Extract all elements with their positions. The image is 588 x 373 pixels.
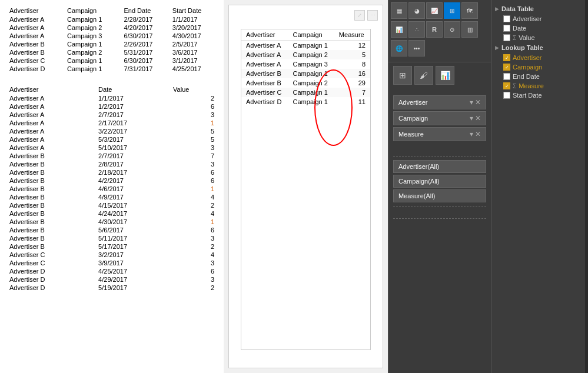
viz-cell: 5 bbox=[334, 50, 370, 59]
data-cell: Advertiser B bbox=[6, 226, 95, 234]
data-cell: 6 bbox=[170, 226, 218, 234]
data-cell: 1 bbox=[170, 218, 218, 226]
col-campaign: Campaign bbox=[64, 6, 120, 15]
viz-cell: Advertiser A bbox=[241, 59, 288, 69]
icon-line-chart[interactable]: 📈 bbox=[426, 2, 443, 19]
data-cell: 4/15/2017 bbox=[95, 201, 170, 209]
lookup-cell: Advertiser B bbox=[6, 48, 64, 56]
tree-item[interactable]: ✓Campaign bbox=[491, 62, 585, 72]
viz-field-item[interactable]: Campaign▾ ✕ bbox=[393, 111, 486, 125]
dots-btn[interactable]: ⋯ bbox=[367, 10, 378, 21]
viz-cell: 12 bbox=[334, 41, 370, 51]
field-checkbox[interactable] bbox=[503, 92, 510, 99]
tree-group-header[interactable]: ▶Data Table bbox=[491, 4, 585, 14]
icon-row-2: 📊 ∴ R ⊙ ▥ bbox=[391, 21, 489, 38]
icon-map[interactable]: 🗺 bbox=[461, 2, 478, 19]
lookup-table: Advertiser Campaign End Date Start Date … bbox=[6, 6, 218, 73]
values-section: Advertiser▾ ✕Campaign▾ ✕Measure▾ ✕ bbox=[388, 88, 491, 148]
filter-item[interactable]: Campaign(All) bbox=[393, 175, 486, 188]
field-checkbox[interactable]: ✓ bbox=[503, 54, 510, 61]
icon-row-3: 🌐 ••• bbox=[391, 40, 489, 56]
icon-globe[interactable]: 🌐 bbox=[391, 40, 407, 56]
data-cell: 3 bbox=[170, 259, 218, 267]
format-btn[interactable]: 🖌 bbox=[414, 66, 433, 85]
icon-table[interactable]: ⊞ bbox=[444, 2, 460, 19]
col-value: Value bbox=[170, 85, 218, 94]
icon-scatter[interactable]: ∴ bbox=[408, 21, 425, 38]
data-cell: Advertiser B bbox=[6, 176, 95, 185]
remove-field[interactable]: ▾ ✕ bbox=[470, 114, 481, 122]
tree-item[interactable]: ✓ΣMeasure bbox=[491, 81, 585, 91]
main-content: ⤢ ⋯ Advertiser Campaign Measure Advertis… bbox=[224, 0, 588, 373]
remove-field[interactable]: ▾ ✕ bbox=[470, 98, 481, 106]
icon-area-chart[interactable]: 📊 bbox=[391, 21, 407, 38]
icon-dots-more[interactable]: ••• bbox=[408, 40, 425, 56]
data-cell: Advertiser B bbox=[6, 185, 95, 193]
icon-pie-chart[interactable]: ◕ bbox=[408, 2, 425, 19]
field-name: Value bbox=[519, 34, 534, 41]
viz-field-item[interactable]: Advertiser▾ ✕ bbox=[393, 95, 486, 109]
viz-cell: Advertiser A bbox=[241, 41, 288, 51]
filter-item[interactable]: Advertiser(All) bbox=[393, 160, 486, 173]
tree-item[interactable]: ✓Advertiser bbox=[491, 53, 585, 62]
tree-item[interactable]: ΣValue bbox=[491, 33, 585, 42]
field-checkbox[interactable] bbox=[503, 34, 510, 41]
tree-item[interactable]: End Date bbox=[491, 72, 585, 81]
lookup-cell: 3/20/2017 bbox=[169, 24, 218, 32]
col-advertiser: Advertiser bbox=[6, 6, 64, 15]
field-name: Campaign bbox=[513, 64, 542, 71]
viz-toolbar: ⤢ ⋯ bbox=[354, 10, 378, 21]
data-cell: 6 bbox=[170, 267, 218, 275]
data-cell: 2/7/2017 bbox=[95, 111, 170, 119]
field-checkbox[interactable] bbox=[503, 15, 510, 22]
icons-bar: ▦ ◕ 📈 ⊞ 🗺 📊 ∴ R ⊙ ▥ 🌐 ••• bbox=[388, 0, 491, 62]
sigma-icon: Σ bbox=[513, 35, 516, 41]
viz-cell: 29 bbox=[334, 78, 370, 88]
icon-custom1[interactable]: ⊙ bbox=[444, 21, 460, 38]
data-cell: 1 bbox=[170, 119, 218, 127]
lookup-cell: Advertiser B bbox=[6, 40, 64, 48]
data-cell: 1/2/2017 bbox=[95, 102, 170, 111]
field-checkbox[interactable] bbox=[503, 25, 510, 32]
icon-r-visual[interactable]: R bbox=[426, 21, 443, 38]
field-checkbox[interactable] bbox=[503, 73, 510, 80]
data-cell: Advertiser C bbox=[6, 259, 95, 267]
remove-field[interactable]: ▾ ✕ bbox=[470, 130, 481, 138]
icon-funnel[interactable]: ▥ bbox=[461, 21, 478, 38]
data-cell: 4 bbox=[170, 193, 218, 201]
filter-item[interactable]: Measure(All) bbox=[393, 189, 486, 202]
fields-btn[interactable]: ⊞ bbox=[393, 66, 412, 85]
lookup-cell: Advertiser A bbox=[6, 15, 64, 24]
data-cell: 5/17/2017 bbox=[95, 242, 170, 251]
lookup-cell: 7/31/2017 bbox=[120, 65, 168, 73]
icon-bar-chart[interactable]: ▦ bbox=[391, 2, 407, 19]
field-checkbox[interactable]: ✓ bbox=[503, 82, 510, 89]
lookup-cell: 3/6/2017 bbox=[169, 48, 218, 56]
data-cell: 5 bbox=[170, 127, 218, 135]
viz-cell: Campaign 2 bbox=[288, 78, 334, 88]
tree-group-header[interactable]: ▶Lookup Table bbox=[491, 42, 585, 53]
tree-item[interactable]: Start Date bbox=[491, 91, 585, 100]
data-cell: Advertiser B bbox=[6, 152, 95, 160]
viz-field-item[interactable]: Measure▾ ✕ bbox=[393, 127, 486, 141]
tree-item[interactable]: Date bbox=[491, 24, 585, 33]
viz-cell: Advertiser C bbox=[241, 88, 288, 97]
field-checkbox[interactable]: ✓ bbox=[503, 64, 510, 71]
data-cell: 4 bbox=[170, 209, 218, 218]
lookup-cell: 1/1/2017 bbox=[169, 15, 218, 24]
lookup-cell: Campaign 2 bbox=[64, 48, 120, 56]
analytics-btn[interactable]: 📊 bbox=[436, 66, 454, 85]
lookup-cell: Campaign 1 bbox=[64, 15, 120, 24]
viz-canvas: ⤢ ⋯ Advertiser Campaign Measure Advertis… bbox=[228, 5, 383, 368]
tree-item[interactable]: Advertiser bbox=[491, 14, 585, 24]
lookup-cell: Campaign 1 bbox=[64, 56, 120, 65]
data-cell: 2/18/2017 bbox=[95, 168, 170, 176]
data-cell: Advertiser C bbox=[6, 251, 95, 259]
lookup-cell: 2/5/2017 bbox=[169, 40, 218, 48]
expand-btn[interactable]: ⤢ bbox=[354, 10, 365, 21]
lookup-cell: 6/30/2017 bbox=[120, 32, 168, 40]
viz-cell: Advertiser B bbox=[241, 69, 288, 78]
data-cell: 4/29/2017 bbox=[95, 275, 170, 284]
data-cell: 6 bbox=[170, 102, 218, 111]
lookup-cell: 2/28/2017 bbox=[120, 15, 168, 24]
